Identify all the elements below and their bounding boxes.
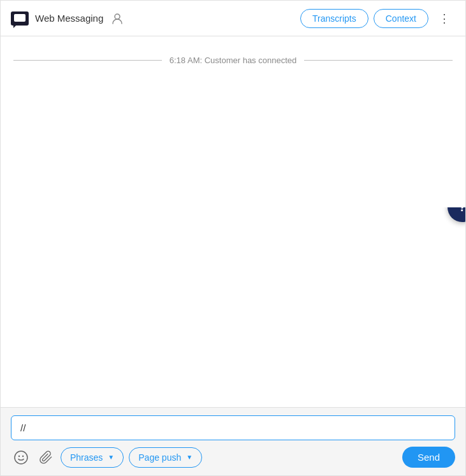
user-icon [110,11,125,26]
input-area: Phrases ▼ Page push ▼ Send [1,407,465,475]
phrases-button[interactable]: Phrases ▼ [61,447,124,468]
header-left: Web Messaging [11,11,300,26]
message-input[interactable] [11,415,455,440]
page-push-arrow-icon: ▼ [186,454,193,461]
messages-area: 6:18 AM: Customer has connected ? [1,36,465,407]
chat-window: Web Messaging Transcripts Context ⋮ 6:18… [0,0,466,476]
phrases-arrow-icon: ▼ [108,454,114,461]
transcripts-button[interactable]: Transcripts [300,9,368,28]
attach-button[interactable] [36,448,55,467]
system-message: 6:18 AM: Customer has connected [1,56,465,65]
svg-point-1 [115,14,120,19]
context-button[interactable]: Context [374,9,428,28]
header-title: Web Messaging [35,13,103,24]
send-button[interactable]: Send [402,447,455,468]
svg-point-2 [15,451,27,464]
header-actions: Transcripts Context ⋮ [300,9,455,28]
page-push-button[interactable]: Page push ▼ [129,447,202,468]
page-push-label: Page push [138,452,181,463]
svg-point-4 [22,455,24,456]
more-menu-button[interactable]: ⋮ [433,9,455,28]
system-message-line-right [304,60,453,61]
phrases-label: Phrases [70,452,103,463]
emoji-button[interactable] [11,447,31,468]
system-message-text: 6:18 AM: Customer has connected [162,56,304,65]
svg-point-3 [18,455,20,456]
help-button[interactable]: ? [448,207,465,222]
system-message-line-left [13,60,162,61]
toolbar: Phrases ▼ Page push ▼ Send [11,447,455,468]
header: Web Messaging Transcripts Context ⋮ [1,1,465,36]
chat-icon [11,11,29,26]
svg-rect-0 [14,14,25,22]
